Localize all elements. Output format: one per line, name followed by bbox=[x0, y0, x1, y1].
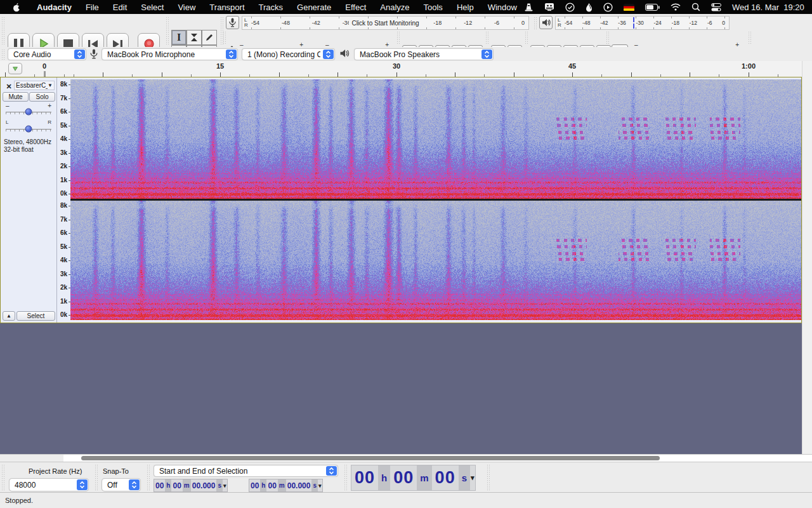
unit-label: h bbox=[378, 465, 390, 490]
stepper-icon bbox=[74, 50, 85, 59]
sel-end-seconds[interactable]: 00.000 bbox=[286, 479, 312, 491]
menu-view[interactable]: View bbox=[171, 3, 202, 12]
menu-generate[interactable]: Generate bbox=[290, 3, 338, 12]
unit-label: h bbox=[260, 479, 266, 491]
menu-help[interactable]: Help bbox=[450, 3, 481, 12]
track-title-menu[interactable]: EssbarerC_2 ▼ bbox=[14, 81, 55, 90]
draw-tool[interactable] bbox=[202, 30, 217, 45]
menu-window[interactable]: Window bbox=[481, 3, 524, 12]
toolbar-grip[interactable] bbox=[166, 17, 169, 44]
selection-mode-select[interactable]: Start and End of Selection bbox=[154, 465, 338, 477]
toolbar-grip[interactable] bbox=[487, 465, 490, 490]
solo-button[interactable]: Solo bbox=[29, 92, 55, 102]
play-circle-icon[interactable] bbox=[603, 3, 613, 12]
track: ✕ EssbarerC_2 ▼ Mute Solo –+ LR Stereo, … bbox=[0, 77, 802, 323]
workspace-background[interactable] bbox=[0, 323, 812, 454]
snap-to-select[interactable]: Off bbox=[102, 478, 141, 491]
position-seconds[interactable]: 00 bbox=[432, 465, 459, 490]
project-rate-select[interactable]: 48000 bbox=[9, 478, 89, 491]
project-rate-label: Project Rate (Hz) bbox=[29, 467, 82, 475]
toolbar-grip[interactable] bbox=[2, 465, 4, 490]
spectrogram-channel-left[interactable] bbox=[70, 79, 801, 199]
selection-end-field[interactable]: 00h00m00.000s bbox=[249, 479, 323, 492]
toolbar-grip[interactable] bbox=[147, 465, 150, 490]
audio-position-display[interactable]: 00h00m00s bbox=[351, 465, 476, 491]
time-format-arrow[interactable] bbox=[318, 479, 322, 491]
timeline-ruler[interactable]: 0 15 30 45 1:00 bbox=[0, 61, 802, 77]
battery-icon[interactable] bbox=[645, 4, 660, 11]
ink-drop-icon[interactable] bbox=[586, 3, 593, 12]
track-gain-slider[interactable]: –+ bbox=[6, 108, 51, 116]
german-flag-icon[interactable] bbox=[624, 4, 634, 11]
mute-button[interactable]: Mute bbox=[3, 92, 29, 102]
frequency-ruler-right[interactable]: 8k7k6k5k4k3k2k1k0k bbox=[57, 201, 70, 320]
time-format-arrow[interactable] bbox=[470, 465, 475, 490]
selection-tool[interactable]: I bbox=[171, 30, 187, 45]
horizontal-scrollbar-thumb[interactable] bbox=[81, 456, 660, 460]
menu-analyze[interactable]: Analyze bbox=[373, 3, 416, 12]
sel-end-hours[interactable]: 00 bbox=[249, 479, 260, 491]
menubar: Audacity File Edit Select View Transport… bbox=[0, 0, 812, 14]
toolbar-grip[interactable] bbox=[2, 17, 4, 44]
toolbar-grip[interactable] bbox=[2, 48, 4, 60]
unit-label: m bbox=[417, 465, 431, 490]
sel-start-seconds[interactable]: 00.000 bbox=[191, 479, 217, 491]
slider-thumb[interactable] bbox=[25, 126, 32, 133]
apple-menu-icon[interactable] bbox=[13, 3, 21, 12]
time-format-arrow[interactable] bbox=[223, 479, 227, 491]
menu-transport[interactable]: Transport bbox=[202, 3, 251, 12]
track-select-button[interactable]: Select bbox=[16, 311, 55, 321]
unit-label: m bbox=[183, 479, 191, 491]
meter-peak-indicator bbox=[633, 23, 634, 29]
control-center-icon[interactable] bbox=[711, 3, 721, 11]
toolbar-grip[interactable] bbox=[606, 31, 609, 44]
recording-meter-button[interactable] bbox=[226, 16, 239, 29]
spectrogram-channel-right[interactable] bbox=[70, 201, 801, 320]
check-circle-icon[interactable] bbox=[565, 3, 575, 12]
envelope-tool[interactable] bbox=[187, 30, 202, 45]
menu-file[interactable]: File bbox=[79, 3, 106, 12]
unit-label: s bbox=[459, 465, 470, 490]
collapse-track-button[interactable]: ▲ bbox=[3, 311, 15, 321]
start-monitoring-hint[interactable]: Click to Start Monitoring bbox=[348, 19, 422, 27]
slider-thumb[interactable] bbox=[25, 109, 32, 116]
playback-meter[interactable]: L R -54-48-42-36-30-24-18-12-60 bbox=[539, 16, 730, 30]
toolbar-grip[interactable] bbox=[344, 465, 347, 490]
menubar-clock[interactable]: Wed 16. Mar 19:20 bbox=[732, 3, 804, 12]
toolbar-grip[interactable] bbox=[749, 31, 751, 44]
playback-device-select[interactable]: MacBook Pro Speakers bbox=[354, 48, 494, 60]
sel-start-hours[interactable]: 00 bbox=[154, 479, 165, 491]
toolbar-grip[interactable] bbox=[95, 465, 98, 490]
track-close-button[interactable]: ✕ bbox=[4, 81, 14, 91]
sel-start-minutes[interactable]: 00 bbox=[171, 479, 182, 491]
spotlight-search-icon[interactable] bbox=[691, 3, 700, 11]
toolbar-grip[interactable] bbox=[397, 31, 400, 44]
menu-select[interactable]: Select bbox=[134, 3, 171, 12]
toolbar-grip[interactable] bbox=[486, 31, 488, 44]
playback-meter-button[interactable] bbox=[539, 16, 553, 29]
position-minutes[interactable]: 00 bbox=[390, 465, 417, 490]
position-hours[interactable]: 00 bbox=[351, 465, 378, 490]
horizontal-scrollbar[interactable] bbox=[0, 454, 812, 462]
menu-effect[interactable]: Effect bbox=[338, 3, 373, 12]
app-window-icon[interactable] bbox=[544, 3, 554, 11]
recording-channels-select[interactable]: 1 (Mono) Recording C... bbox=[242, 48, 335, 60]
recording-meter[interactable]: L R -54-48-42-36-30-24-18-12-60 Click to… bbox=[226, 16, 529, 30]
speaker-icon bbox=[339, 49, 350, 58]
vlc-cone-icon[interactable] bbox=[524, 3, 534, 12]
track-pan-slider[interactable]: LR bbox=[6, 125, 51, 133]
toolbar-grip[interactable] bbox=[534, 17, 537, 29]
toolbar-grip[interactable] bbox=[525, 31, 528, 44]
audio-host-select[interactable]: Core Audio bbox=[8, 48, 86, 60]
recording-device-select[interactable]: MacBook Pro Microphone bbox=[102, 48, 238, 60]
sel-end-minutes[interactable]: 00 bbox=[266, 479, 277, 491]
selection-start-field[interactable]: 00h00m00.000s bbox=[154, 479, 228, 492]
frequency-ruler-left[interactable]: 8k7k6k5k4k3k2k1k0k bbox=[57, 79, 70, 199]
menu-audacity[interactable]: Audacity bbox=[30, 3, 79, 12]
menu-edit[interactable]: Edit bbox=[106, 3, 134, 12]
toolbar-grip[interactable] bbox=[223, 31, 226, 44]
wifi-icon[interactable] bbox=[671, 3, 681, 11]
menu-tracks[interactable]: Tracks bbox=[252, 3, 291, 12]
vertical-scrollbar[interactable] bbox=[802, 61, 812, 454]
menu-tools[interactable]: Tools bbox=[417, 3, 450, 12]
